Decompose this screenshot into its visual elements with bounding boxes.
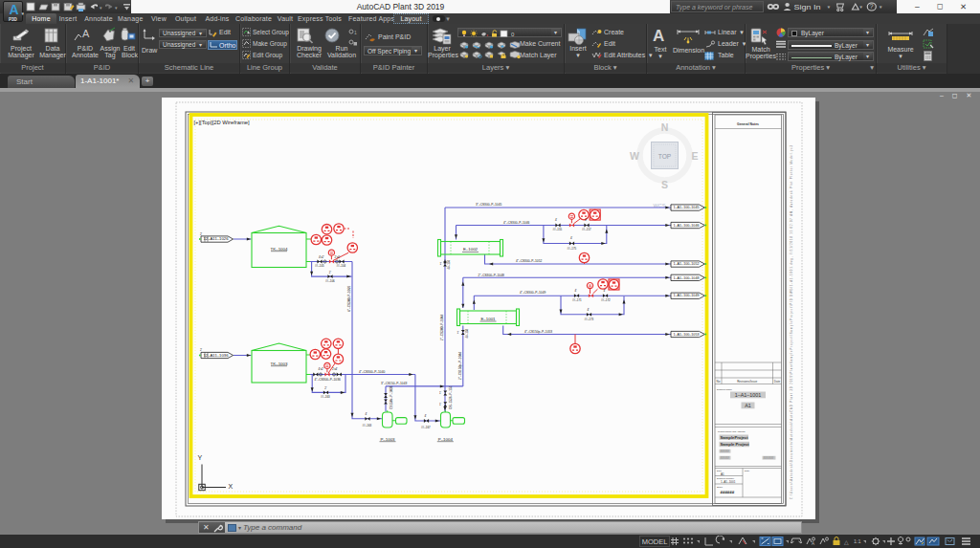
svg-text:[+][Top][2D Wireframe]: [+][Top][2D Wireframe] (194, 120, 251, 125)
svg-text:Sign In: Sign In (793, 3, 820, 11)
svg-text:E: E (691, 150, 698, 162)
svg-text:General Notes: General Notes (737, 122, 759, 126)
svg-text:▾: ▾ (115, 5, 118, 11)
svg-text:CS150e–P–1038: CS150e–P–1038 (390, 385, 393, 409)
svg-text:3"–CS150–P–1043: 3"–CS150–P–1043 (381, 382, 407, 385)
svg-text:0: 0 (511, 32, 515, 37)
svg-text:##–156: ##–156 (447, 259, 451, 269)
svg-text:2"–CS300–P–1044: 2"–CS300–P–1044 (440, 315, 444, 340)
svg-text:12–A11–1036: 12–A11–1036 (204, 354, 230, 358)
svg-text:▾: ▾ (827, 5, 830, 11)
svg-text:1–A1–100–1045: 1–A1–100–1045 (674, 206, 701, 209)
svg-text:4'x2': 4'x2' (319, 367, 324, 371)
svg-text:1:1: 1:1 (854, 538, 861, 544)
svg-text:##–163: ##–163 (321, 395, 330, 399)
svg-text:S: S (661, 179, 668, 190)
svg-text:X: X (229, 483, 234, 490)
svg-text:##–171: ##–171 (572, 298, 582, 302)
svg-text:#######: ####### (764, 456, 774, 460)
svg-text:△: △ (844, 539, 849, 545)
svg-text:2'x4': 2'x4' (335, 255, 341, 259)
svg-text:##–175: ##–175 (568, 247, 577, 251)
svg-text:1–A1–100–1053: 1–A1–100–1053 (674, 333, 701, 337)
svg-text:##–105: ##–105 (315, 264, 324, 268)
svg-text:4"–CS300–P–1026: 4"–CS300–P–1026 (347, 286, 351, 312)
svg-text:4"–CS300–P–1040: 4"–CS300–P–1040 (359, 370, 385, 374)
svg-text:Sample Project: Sample Project (721, 442, 750, 447)
svg-text:4"–CS300–P–1036: 4"–CS300–P–1036 (315, 378, 341, 382)
svg-text:3"–CS300–P–1045: 3"–CS300–P–1045 (476, 203, 501, 207)
svg-text:Date: Date (745, 470, 750, 472)
svg-text:▾: ▾ (859, 5, 862, 11)
svg-text:######: ###### (721, 490, 735, 494)
svg-text:4"–CS150p–P–1053: 4"–CS150p–P–1053 (524, 330, 552, 334)
svg-text:W: W (630, 150, 639, 162)
svg-text:1–A1–100–1049: 1–A1–100–1049 (674, 294, 701, 297)
svg-text:1–A1–100–1052: 1–A1–100–1052 (674, 262, 701, 266)
svg-text:No: No (717, 380, 721, 384)
svg-text:Y: Y (198, 454, 203, 461)
svg-text:A1: A1 (721, 472, 724, 476)
svg-text:▾: ▾ (100, 5, 102, 11)
svg-text:2'x4': 2'x4' (332, 367, 338, 371)
svg-text:A: A (9, 2, 18, 17)
svg-text:1–A1–100–1046: 1–A1–100–1046 (674, 224, 701, 228)
svg-text:▾: ▾ (880, 5, 882, 11)
svg-text:A: A (82, 28, 90, 39)
svg-text:##–163: ##–163 (363, 424, 372, 427)
svg-text:C:\Users\Autodesk\Documents\Au: C:\Users\Autodesk\Documents\Autodesk\Aut… (790, 144, 793, 499)
svg-text:##–155: ##–155 (553, 228, 563, 231)
svg-text:1: 1 (354, 30, 357, 35)
svg-text:##–172: ##–172 (601, 298, 611, 302)
svg-text:##–167: ##–167 (421, 426, 431, 429)
svg-text:TK–1004: TK–1004 (271, 247, 288, 252)
svg-text:E–1001: E–1001 (480, 317, 496, 321)
svg-text:A: A (812, 541, 814, 546)
svg-text:Revisions/Issue: Revisions/Issue (737, 380, 757, 384)
svg-text:E–1002: E–1002 (463, 247, 479, 252)
svg-text:▾: ▾ (22, 11, 25, 16)
svg-text:4"–CS300–P–1052: 4"–CS300–P–1052 (516, 259, 542, 263)
svg-text:##–157: ##–157 (582, 228, 591, 231)
svg-text:4"–CS300–P–1046: 4"–CS300–P–1046 (503, 221, 529, 225)
svg-text:N: N (661, 121, 669, 133)
svg-text:4"–CS300–P–1049: 4"–CS300–P–1049 (520, 291, 546, 295)
svg-text:P3D: P3D (9, 17, 18, 22)
svg-text:##–158: ##–158 (465, 328, 469, 338)
svg-text:SampleProject: SampleProject (721, 435, 749, 440)
svg-text:TK–1003: TK–1003 (271, 362, 288, 366)
svg-text:12–A11–1026: 12–A11–1026 (204, 237, 230, 241)
svg-text:1–A1–100–1048: 1–A1–100–1048 (674, 276, 701, 280)
svg-text:2"–CS300–P–1048: 2"–CS300–P–1048 (479, 274, 504, 277)
svg-text:TOP: TOP (658, 153, 672, 160)
svg-text:######: ###### (721, 449, 730, 453)
svg-text:1–A1–1001: 1–A1–1001 (735, 392, 762, 398)
svg-text:A1: A1 (745, 403, 751, 408)
svg-text:##–104: ##–104 (337, 264, 346, 268)
svg-text:OS–1536–P–151: OS–1536–P–151 (449, 385, 453, 409)
svg-text:Drawing Name: Drawing Name (717, 388, 732, 391)
svg-text:##–106: ##–106 (325, 279, 335, 283)
svg-text:2"–CS150p–P–1044: 2"–CS150p–P–1044 (458, 352, 462, 380)
svg-text:Project Name and Address: Project Name and Address (718, 430, 746, 433)
svg-text:##–173: ##–173 (585, 318, 594, 321)
svg-text:Date: Date (774, 380, 781, 384)
svg-text:######: ###### (721, 456, 730, 460)
svg-text:P–1004: P–1004 (438, 437, 454, 442)
svg-text:1–A1–1001: 1–A1–1001 (721, 480, 736, 484)
svg-text:P–1003: P–1003 (380, 437, 395, 442)
svg-text:?: ? (870, 4, 874, 11)
svg-text:4'x2': 4'x2' (319, 255, 324, 259)
